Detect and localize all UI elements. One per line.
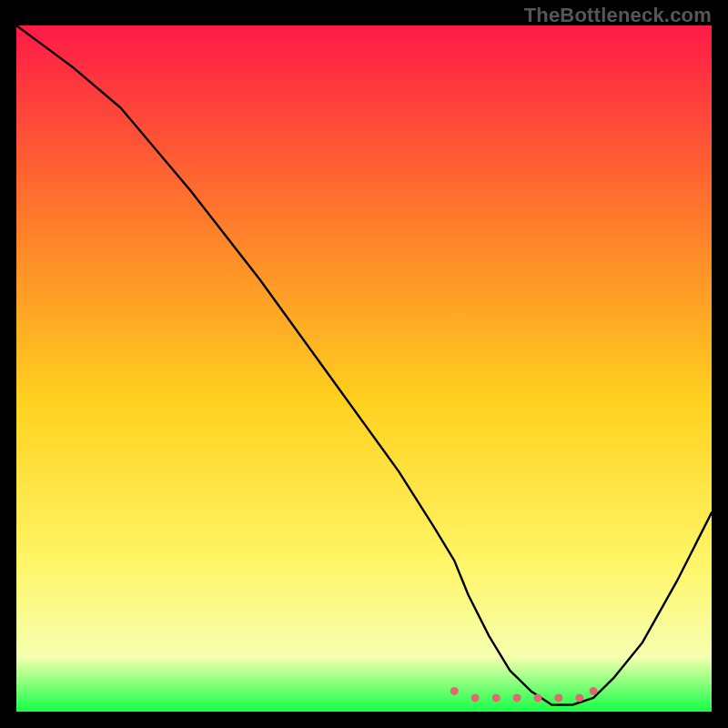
bottleneck-chart	[16, 25, 712, 712]
gradient-background	[16, 25, 712, 712]
optimal-dot	[590, 687, 598, 695]
optimal-dot	[492, 693, 500, 702]
optimal-dot	[513, 693, 521, 702]
chart-frame	[16, 25, 712, 712]
watermark-text: TheBottleneck.com	[524, 4, 712, 27]
optimal-dot	[575, 693, 583, 702]
optimal-dot	[534, 693, 542, 702]
optimal-dot	[450, 687, 459, 695]
optimal-dot	[554, 693, 562, 702]
optimal-dot	[471, 693, 480, 702]
